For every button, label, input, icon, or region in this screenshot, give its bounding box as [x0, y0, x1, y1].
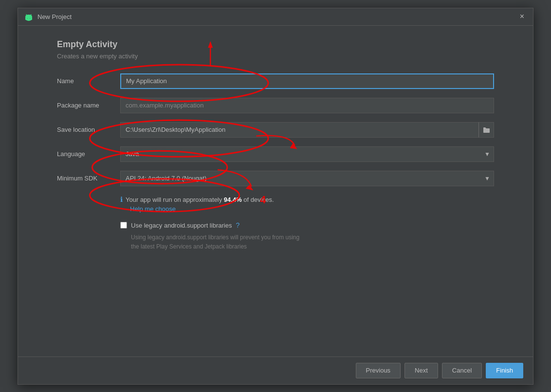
info-icon: ℹ: [120, 196, 123, 203]
name-input[interactable]: [120, 73, 494, 89]
android-icon: [24, 12, 34, 21]
section-title: Empty Activity: [57, 39, 494, 50]
save-location-input[interactable]: [120, 122, 478, 138]
help-me-choose-link[interactable]: Help me choose: [130, 205, 494, 213]
section-subtitle: Creates a new empty activity: [57, 53, 494, 60]
next-button[interactable]: Next: [404, 363, 438, 378]
legacy-checkbox-label: Use legacy android.support libraries: [131, 222, 232, 229]
package-name-display: com.example.myapplication: [120, 98, 494, 113]
legacy-help-icon[interactable]: ?: [236, 221, 239, 229]
package-name-row: Package name com.example.myapplication: [57, 98, 494, 113]
svg-point-6: [25, 15, 32, 18]
previous-button[interactable]: Previous: [356, 363, 401, 378]
language-select[interactable]: Java Kotlin: [120, 146, 494, 162]
save-location-row: Save location: [57, 122, 494, 138]
info-text: Your app will run on approximately 94.4%…: [126, 195, 274, 205]
info-row: ℹ Your app will run on approximately 94.…: [120, 195, 494, 205]
dialog-footer: Previous Next Cancel Finish: [18, 356, 533, 384]
min-sdk-select[interactable]: API 21: Android 5.0 (Lollipop) API 22: A…: [120, 171, 494, 186]
legacy-checkbox-row: Use legacy android.support libraries ?: [120, 221, 494, 229]
language-row: Language Java Kotlin ▼: [57, 146, 494, 162]
legacy-checkbox[interactable]: [120, 222, 127, 229]
language-select-wrapper: Java Kotlin ▼: [120, 146, 494, 162]
title-bar-left: New Project: [24, 12, 72, 21]
browse-button[interactable]: [478, 122, 494, 138]
min-sdk-row: Minimum SDK API 21: Android 5.0 (Lollipo…: [57, 171, 494, 186]
cancel-button[interactable]: Cancel: [442, 363, 482, 378]
folder-icon: [483, 127, 490, 133]
finish-button[interactable]: Finish: [486, 363, 523, 378]
dialog-title: New Project: [37, 13, 72, 20]
name-label: Name: [57, 77, 120, 85]
save-location-label: Save location: [57, 126, 120, 133]
language-label: Language: [57, 150, 120, 158]
new-project-dialog: New Project × Empty Activity Creates a n…: [18, 8, 533, 385]
info-section: ℹ Your app will run on approximately 94.…: [120, 195, 494, 213]
package-name-label: Package name: [57, 102, 120, 109]
min-sdk-label: Minimum SDK: [57, 175, 120, 182]
close-button[interactable]: ×: [517, 12, 527, 21]
min-sdk-select-wrapper: API 21: Android 5.0 (Lollipop) API 22: A…: [120, 171, 494, 186]
save-location-input-group: [120, 122, 494, 138]
name-row: Name: [57, 73, 494, 89]
legacy-description: Using legacy android.support libraries w…: [120, 233, 494, 251]
title-bar: New Project ×: [18, 8, 533, 26]
dialog-content: Empty Activity Creates a new empty activ…: [18, 26, 533, 356]
